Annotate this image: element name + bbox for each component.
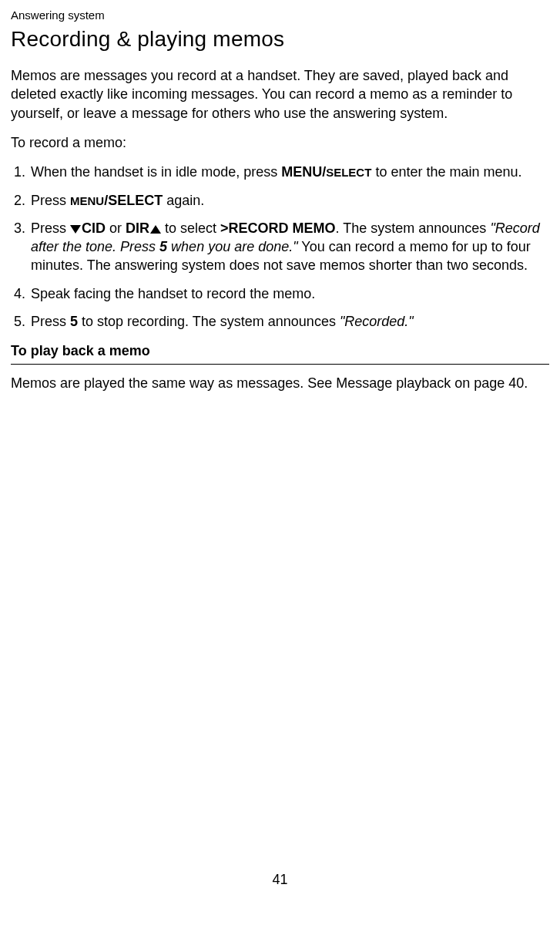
step-3: Press CID or DIR to select >RECORD MEMO.… <box>29 219 549 275</box>
step-5-five: 5 <box>70 314 78 329</box>
step-3-announces: . The system announces <box>336 220 491 236</box>
step-2-text-b: again. <box>163 193 204 208</box>
triangle-down-icon <box>70 225 81 234</box>
intro-paragraph: Memos are messages you record at a hands… <box>11 66 549 123</box>
step-3-cid: CID <box>82 220 106 236</box>
section-header: Answering system <box>11 8 549 23</box>
step-3-select: to select <box>161 220 220 236</box>
page-number: 41 <box>11 870 549 889</box>
step-5-c: to stop recording. The system announces <box>78 314 340 329</box>
step-3-quote-5: 5 <box>159 239 167 254</box>
step-3-press: Press <box>31 220 70 236</box>
step-1-menu: MENU/ <box>281 164 326 180</box>
step-2: Press MENU/SELECT again. <box>29 191 549 210</box>
page-title: Recording & playing memos <box>11 25 549 54</box>
step-1: When the handset is in idle mode, press … <box>29 163 549 181</box>
subheading-playback: To play back a memo <box>11 341 549 364</box>
step-2-menu: MENU <box>70 194 104 207</box>
playback-paragraph: Memos are played the same way as message… <box>11 374 549 392</box>
triangle-up-icon <box>150 225 161 234</box>
step-3-or: or <box>106 220 126 236</box>
steps-list: When the handset is in idle mode, press … <box>11 163 549 331</box>
step-5: Press 5 to stop recording. The system an… <box>29 312 549 331</box>
step-1-select: SELECT <box>326 166 371 179</box>
step-3-quote-c: when you are done." <box>167 239 298 254</box>
step-5-recorded: "Recorded." <box>340 314 414 329</box>
step-2-text-a: Press <box>31 193 70 208</box>
step-4: Speak facing the handset to record the m… <box>29 284 549 303</box>
step-1-text-b: to enter the main menu. <box>371 164 521 180</box>
step-2-select: /SELECT <box>104 193 163 208</box>
step-5-a: Press <box>31 314 70 329</box>
step-1-text-a: When the handset is in idle mode, press <box>31 164 281 180</box>
lead-in: To record a memo: <box>11 133 549 152</box>
step-3-record: >RECORD MEMO <box>220 220 336 236</box>
step-3-dir: DIR <box>126 220 149 236</box>
